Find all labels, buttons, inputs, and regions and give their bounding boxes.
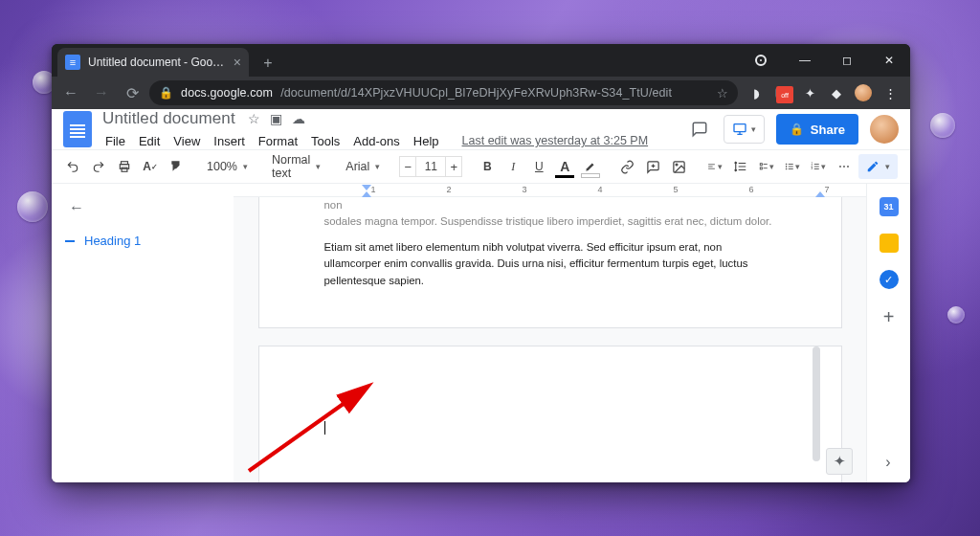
menu-view[interactable]: View xyxy=(167,131,206,151)
menu-format[interactable]: Format xyxy=(253,131,303,151)
paragraph-style-dropdown[interactable]: Normal text▾ xyxy=(266,155,326,178)
share-button-label: Share xyxy=(811,123,845,137)
document-page-2[interactable] xyxy=(258,346,842,482)
style-value: Normal text xyxy=(272,153,310,180)
zoom-value: 100% xyxy=(207,160,237,173)
chevron-down-icon: ▾ xyxy=(375,162,380,171)
tab-search-icon[interactable] xyxy=(755,55,767,66)
google-side-panel: + xyxy=(866,184,910,482)
add-comment-button[interactable] xyxy=(641,154,664,179)
italic-button[interactable]: I xyxy=(501,154,524,179)
editing-mode-dropdown[interactable]: ▾ xyxy=(858,154,898,179)
nav-back-button[interactable]: ← xyxy=(57,79,84,106)
font-family-dropdown[interactable]: Arial▾ xyxy=(340,155,386,178)
numbered-list-button[interactable]: 123▾ xyxy=(807,154,830,179)
tab-close-icon[interactable]: × xyxy=(234,55,241,70)
comment-history-icon[interactable] xyxy=(687,117,712,142)
font-size-decrease-button[interactable]: − xyxy=(399,156,416,177)
nav-forward-button[interactable]: → xyxy=(88,79,115,106)
checklist-button[interactable]: ▾ xyxy=(755,154,778,179)
hide-menus-button[interactable]: ᐱ xyxy=(903,154,910,179)
add-sidepanel-icon[interactable]: + xyxy=(883,306,895,328)
keep-sidepanel-icon[interactable] xyxy=(880,234,899,253)
font-size-increase-button[interactable]: + xyxy=(445,156,462,177)
outline-item-heading1[interactable]: Heading 1 xyxy=(65,232,224,250)
address-bar[interactable]: 🔒 docs.google.com/document/d/14XPjxzVHUU… xyxy=(149,80,738,105)
svg-rect-7 xyxy=(761,168,763,169)
tasks-sidepanel-icon[interactable] xyxy=(880,270,899,289)
ruler-number: 6 xyxy=(748,185,753,194)
font-size-group: − 11 + xyxy=(399,156,462,177)
svg-point-10 xyxy=(787,168,788,169)
share-button[interactable]: 🔒 Share xyxy=(776,114,858,145)
document-scroll-area[interactable]: 1 2 3 4 5 6 7 pharetra ac gravida non, l… xyxy=(234,184,866,482)
vertical-scrollbar-thumb[interactable] xyxy=(813,346,820,461)
extension-icon[interactable]: ◆ xyxy=(828,84,845,101)
insert-link-button[interactable] xyxy=(615,154,638,179)
chevron-down-icon: ▾ xyxy=(885,162,890,171)
underline-button[interactable]: U xyxy=(527,154,550,179)
page-body-text[interactable]: pharetra ac gravida non, luctus lobortis… xyxy=(324,197,776,289)
account-avatar[interactable] xyxy=(870,115,899,144)
present-dropdown-button[interactable]: ▾ xyxy=(724,115,765,144)
align-dropdown[interactable]: ▾ xyxy=(703,154,726,179)
body-paragraph: Etiam sit amet libero elementum nibh vol… xyxy=(324,239,776,288)
more-toolbar-button[interactable]: ⋯ xyxy=(833,154,856,179)
menu-help[interactable]: Help xyxy=(408,131,445,151)
docs-header: Untitled document ☆ ▣ ☁ File Edit View I… xyxy=(52,109,910,149)
menu-addons[interactable]: Add-ons xyxy=(347,131,405,151)
browser-profile-avatar[interactable] xyxy=(855,84,872,101)
calendar-sidepanel-icon[interactable] xyxy=(880,197,899,216)
move-icon[interactable]: ▣ xyxy=(270,111,282,126)
font-size-input[interactable]: 11 xyxy=(416,156,445,177)
horizontal-ruler[interactable]: 1 2 3 4 5 6 7 xyxy=(234,184,866,197)
docs-logo-icon[interactable] xyxy=(63,111,92,147)
browser-tabstrip: Untitled document - Google Docs × + ― ◻ … xyxy=(52,44,910,77)
extension-icon[interactable]: off xyxy=(774,84,791,101)
side-panel-toggle[interactable]: › xyxy=(876,450,901,475)
text-color-button[interactable]: A xyxy=(553,154,576,179)
window-close-button[interactable]: ✕ xyxy=(868,44,910,77)
menu-edit[interactable]: Edit xyxy=(133,131,166,151)
nav-reload-button[interactable]: ⟳ xyxy=(119,79,145,106)
font-value: Arial xyxy=(345,160,369,173)
extensions-menu-icon[interactable]: ✦ xyxy=(801,84,818,101)
zoom-dropdown[interactable]: 100%▾ xyxy=(201,155,253,178)
docs-toolbar: A✓ 100%▾ Normal text▾ Arial▾ − 11 + B I … xyxy=(52,149,910,184)
chevron-down-icon: ▾ xyxy=(243,162,248,171)
window-maximize-button[interactable]: ◻ xyxy=(826,44,868,77)
menu-insert[interactable]: Insert xyxy=(208,131,251,151)
extension-icon[interactable]: ◗ xyxy=(747,84,765,101)
print-button[interactable] xyxy=(113,154,136,179)
bold-button[interactable]: B xyxy=(476,154,499,179)
undo-button[interactable] xyxy=(61,154,84,179)
line-spacing-button[interactable] xyxy=(729,154,752,179)
cloud-status-icon[interactable]: ☁ xyxy=(292,111,305,126)
bulleted-list-button[interactable]: ▾ xyxy=(781,154,804,179)
document-page-1[interactable]: pharetra ac gravida non, luctus lobortis… xyxy=(258,197,842,328)
text-cursor xyxy=(324,421,325,435)
explore-button[interactable]: ✦ xyxy=(826,448,853,475)
body-paragraph: pharetra ac gravida non, luctus lobortis… xyxy=(324,197,771,211)
highlight-color-button[interactable] xyxy=(579,154,602,179)
browser-tab-active[interactable]: Untitled document - Google Docs × xyxy=(57,48,249,77)
last-edit-link[interactable]: Last edit was yesterday at 3:25 PM xyxy=(457,131,655,150)
outline-collapse-button[interactable]: ← xyxy=(65,197,88,218)
star-icon[interactable]: ☆ xyxy=(248,111,260,126)
docs-favicon xyxy=(65,55,80,70)
browser-toolbar: ← → ⟳ 🔒 docs.google.com/document/d/14XPj… xyxy=(52,77,910,109)
window-minimize-button[interactable]: ― xyxy=(784,44,826,77)
menu-file[interactable]: File xyxy=(100,131,131,151)
chrome-menu-icon[interactable]: ⋮ xyxy=(881,84,899,101)
bookmark-star-icon[interactable]: ☆ xyxy=(717,86,728,100)
spellcheck-button[interactable]: A✓ xyxy=(139,154,162,179)
redo-button[interactable] xyxy=(87,154,110,179)
insert-image-button[interactable] xyxy=(667,154,690,179)
ruler-number: 2 xyxy=(446,185,451,194)
docs-menu-bar: File Edit View Insert Format Tools Add-o… xyxy=(100,131,654,151)
paint-format-button[interactable] xyxy=(165,154,188,179)
document-title-input[interactable]: Untitled document xyxy=(100,109,238,129)
new-tab-button[interactable]: + xyxy=(255,50,281,77)
menu-tools[interactable]: Tools xyxy=(305,131,345,151)
wallpaper-droplet xyxy=(947,306,965,324)
